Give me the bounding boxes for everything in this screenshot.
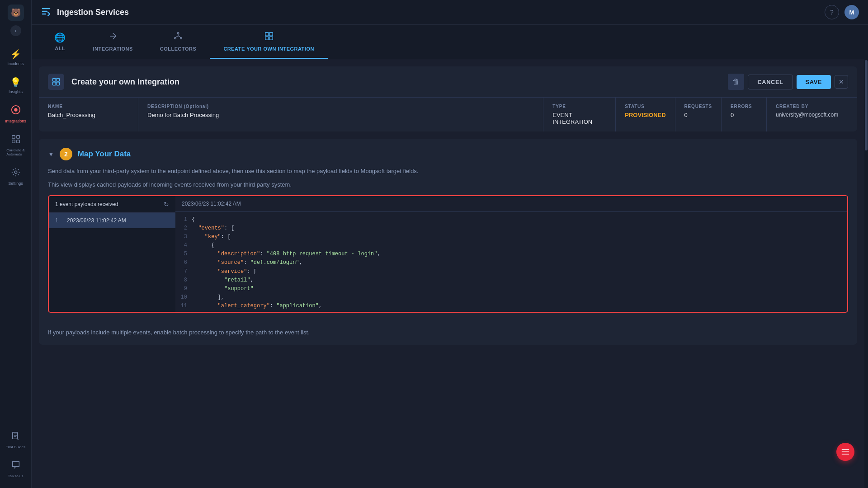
field-created-by: CREATED BY university@moogsoft.com <box>767 98 857 131</box>
created-by-value: university@moogsoft.com <box>776 112 848 118</box>
svg-rect-11 <box>265 33 268 36</box>
tab-create-own-icon <box>264 31 274 43</box>
sidebar-item-insights-label: Insights <box>9 89 23 94</box>
integration-header-card: Create your own Integration 🗑 CANCEL SAV… <box>39 66 857 131</box>
tab-navigation: 🌐 ALL INTEGRATIONS COLLECTORS <box>32 25 868 59</box>
sidebar-item-insights[interactable]: 💡 Insights <box>2 72 29 99</box>
payload-list: 1 event payloads received ↻ 1 2023/06/23… <box>49 196 175 312</box>
payload-list-item[interactable]: 1 2023/06/23 11:02:42 AM <box>49 213 175 228</box>
sidebar-item-settings[interactable]: Settings <box>2 163 29 190</box>
tab-integrations[interactable]: INTEGRATIONS <box>80 25 146 59</box>
section-header: ▼ 2 Map Your Data <box>48 148 848 160</box>
svg-rect-4 <box>12 140 14 143</box>
integration-header-icon <box>48 74 64 90</box>
requests-value: 0 <box>684 112 712 118</box>
section-description: Send data from your third-party system t… <box>48 167 848 176</box>
tab-create-own[interactable]: CREATE YOUR OWN INTEGRATION <box>210 25 328 59</box>
help-button[interactable]: ? <box>825 5 839 19</box>
svg-rect-5 <box>16 140 19 143</box>
field-errors: ERRORS 0 <box>722 98 767 131</box>
svg-rect-13 <box>265 37 268 40</box>
section-note: This view displays cached payloads of in… <box>48 181 848 188</box>
save-button[interactable]: SAVE <box>797 75 831 89</box>
delete-button[interactable]: 🗑 <box>728 74 744 90</box>
payload-item-number: 1 <box>55 217 62 224</box>
talk-to-us-icon <box>11 460 21 472</box>
payload-list-header: 1 event payloads received ↻ <box>49 196 175 213</box>
scrollbar-thumb[interactable] <box>865 60 868 150</box>
integrations-icon <box>11 105 21 117</box>
sidebar-item-correlate-label: Correlate &Automate <box>6 148 24 156</box>
insights-icon: 💡 <box>10 77 21 88</box>
svg-rect-16 <box>57 79 60 82</box>
topbar-left: Ingestion Services <box>41 6 129 19</box>
sidebar-item-integrations[interactable]: Integrations <box>2 100 29 128</box>
sidebar-item-talk-to-us-label: Talk to us <box>8 474 24 478</box>
code-viewer: 2023/06/23 11:02:42 AM 12345 67891011 { … <box>175 196 847 312</box>
name-label: NAME <box>48 104 129 109</box>
sidebar-item-incidents[interactable]: ⚡ Incidents <box>2 44 29 70</box>
sidebar-item-integrations-label: Integrations <box>5 119 26 123</box>
field-requests: REQUESTS 0 <box>675 98 722 131</box>
sidebar-collapse-button[interactable]: › <box>10 25 21 36</box>
status-label: STATUS <box>625 104 665 109</box>
payload-code-header: 2023/06/23 11:02:42 AM <box>175 196 847 212</box>
correlate-icon <box>11 134 21 146</box>
payload-count: 1 event payloads received <box>55 201 118 207</box>
tab-create-own-label: CREATE YOUR OWN INTEGRATION <box>223 46 314 52</box>
page-content: Create your own Integration 🗑 CANCEL SAV… <box>32 59 868 488</box>
svg-rect-17 <box>53 82 56 85</box>
main-panel: Create your own Integration 🗑 CANCEL SAV… <box>32 59 864 488</box>
section-chevron-icon[interactable]: ▼ <box>48 150 54 158</box>
errors-label: ERRORS <box>731 104 757 109</box>
trial-guides-icon <box>11 431 21 443</box>
user-avatar[interactable]: M <box>844 5 859 19</box>
sidebar-item-trial-guides[interactable]: Trial Guides <box>2 427 29 454</box>
requests-label: REQUESTS <box>684 104 712 109</box>
tab-collectors-icon <box>173 31 183 43</box>
sidebar-item-incidents-label: Incidents <box>7 61 24 66</box>
tab-all-label: ALL <box>55 46 65 51</box>
topbar-right: ? M <box>825 5 859 19</box>
sidebar-item-correlate[interactable]: Correlate &Automate <box>2 130 29 161</box>
svg-point-10 <box>180 38 182 39</box>
svg-rect-14 <box>269 37 273 40</box>
svg-rect-2 <box>12 136 14 138</box>
section-title: Map Your Data <box>78 150 131 159</box>
integration-title: Create your own Integration <box>71 77 721 87</box>
created-by-label: CREATED BY <box>776 104 848 109</box>
name-value: Batch_Processing <box>48 112 129 118</box>
section-number: 2 <box>60 148 72 160</box>
incidents-icon: ⚡ <box>10 49 21 60</box>
app-logo: 🐻 <box>8 5 24 21</box>
cancel-button[interactable]: CANCEL <box>748 75 793 89</box>
svg-point-1 <box>14 108 17 111</box>
integration-fields: NAME Batch_Processing DESCRIPTION (Optio… <box>39 98 857 131</box>
floating-action-button[interactable] <box>836 443 854 461</box>
payload-container: 1 event payloads received ↻ 1 2023/06/23… <box>48 195 848 313</box>
svg-rect-3 <box>16 136 19 138</box>
type-label: TYPE <box>552 104 606 109</box>
close-button[interactable]: ✕ <box>835 75 848 89</box>
line-numbers: 12345 67891011 <box>175 216 192 308</box>
tab-integrations-icon <box>108 31 118 43</box>
page-title: Ingestion Services <box>57 8 129 17</box>
sidebar-item-talk-to-us[interactable]: Talk to us <box>2 455 29 483</box>
refresh-icon[interactable]: ↻ <box>164 201 169 208</box>
topbar: Ingestion Services ? M <box>32 0 868 25</box>
description-value: Demo for Batch Processing <box>147 112 534 118</box>
tab-collectors[interactable]: COLLECTORS <box>146 25 210 59</box>
integration-actions: 🗑 CANCEL SAVE ✕ <box>728 74 848 90</box>
type-value: EVENT INTEGRATION <box>552 112 606 125</box>
tab-all[interactable]: 🌐 ALL <box>41 26 80 58</box>
svg-rect-18 <box>57 82 60 85</box>
tab-all-icon: 🌐 <box>54 32 66 43</box>
svg-point-9 <box>175 38 176 39</box>
section-map-data: ▼ 2 Map Your Data Send data from your th… <box>39 139 857 345</box>
errors-value: 0 <box>731 112 757 118</box>
page-scrollbar[interactable] <box>864 59 868 488</box>
tab-collectors-label: COLLECTORS <box>160 46 197 52</box>
sidebar-item-settings-label: Settings <box>8 181 23 186</box>
svg-rect-7 <box>12 432 17 439</box>
field-description: DESCRIPTION (Optional) Demo for Batch Pr… <box>138 98 543 131</box>
